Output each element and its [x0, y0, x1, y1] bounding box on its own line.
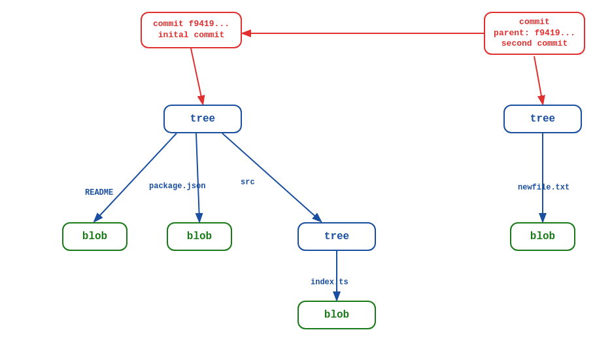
- blob1-label: blob: [82, 230, 107, 244]
- blob1-node: blob: [62, 222, 128, 251]
- commit1-node: commit f9419... inital commit: [141, 12, 242, 48]
- blob4-node: blob: [510, 222, 575, 251]
- tree2-node: tree: [503, 105, 582, 133]
- edge-label-indexts: index.ts: [311, 278, 348, 287]
- svg-line-4: [196, 133, 199, 221]
- commit2-line1: commit: [519, 17, 550, 28]
- blob4-label: blob: [530, 230, 555, 244]
- tree3-node: tree: [298, 222, 376, 251]
- blob3-label: blob: [324, 308, 349, 322]
- commit2-line3: second commit: [502, 39, 568, 50]
- edge-label-readme: README: [85, 188, 113, 197]
- svg-line-3: [95, 133, 177, 221]
- edge-label-newfiletxt: newfile.txt: [518, 183, 570, 192]
- commit1-line1: commit f9419...: [153, 19, 230, 30]
- edge-label-packagejson: package.json: [149, 182, 205, 191]
- tree1-label: tree: [190, 112, 215, 126]
- blob2-node: blob: [167, 222, 232, 251]
- svg-line-1: [191, 48, 203, 103]
- tree2-label: tree: [530, 112, 555, 126]
- commit2-line2: parent: f9419...: [494, 28, 575, 39]
- svg-line-5: [222, 133, 320, 221]
- blob3-node: blob: [298, 301, 376, 329]
- svg-line-2: [534, 56, 543, 103]
- tree1-node: tree: [163, 105, 242, 133]
- diagram: commit f9419... inital commit commit par…: [0, 0, 595, 364]
- commit2-node: commit parent: f9419... second commit: [484, 12, 585, 55]
- edge-label-src: src: [241, 178, 255, 187]
- blob2-label: blob: [187, 230, 212, 244]
- tree3-label: tree: [324, 230, 349, 244]
- commit1-line2: inital commit: [158, 30, 224, 41]
